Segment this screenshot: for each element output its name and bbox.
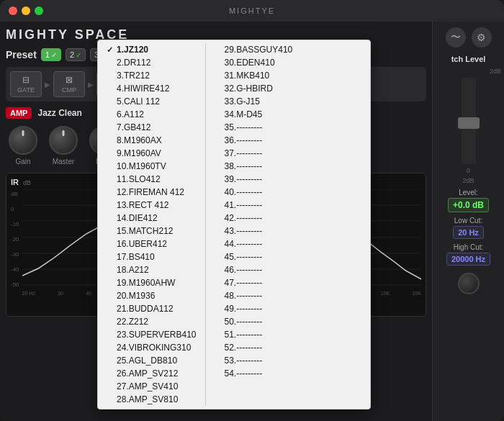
- dropdown-item-15[interactable]: 15.MATCH212: [101, 225, 202, 237]
- high-cut-value: 20000 Hz: [446, 253, 490, 266]
- dropdown-item-26[interactable]: 26.AMP_SV212: [101, 367, 202, 380]
- dropdown-item-13[interactable]: 13.RECT 412: [101, 199, 202, 212]
- dropdown-item-text-col2-18: 46.---------: [225, 265, 263, 275]
- minimize-button[interactable]: [22, 6, 30, 15]
- preset-button-2[interactable]: 2 ✓: [66, 48, 86, 61]
- gain-label: Gain: [15, 158, 30, 166]
- dropdown-item-25[interactable]: 25.AGL_DB810: [101, 354, 202, 367]
- dropdown-item-col2-18[interactable]: 46.---------: [209, 263, 304, 276]
- dropdown-item-text-19: 19.M1960AHW: [117, 278, 175, 288]
- low-cut-title: Low Cut:: [436, 217, 501, 225]
- amp-dropdown[interactable]: ✓1.JZ120 2.DR112 3.TR212 4.HIWIRE412 5.C…: [97, 40, 371, 409]
- dropdown-item-col2-6[interactable]: 34.M-D45: [209, 108, 304, 121]
- dropdown-item-col2-10[interactable]: 38.---------: [209, 160, 304, 173]
- dropdown-item-text-col2-22: 50.---------: [225, 317, 263, 327]
- dropdown-item-12[interactable]: 12.FIREMAN 412: [101, 186, 202, 199]
- dropdown-item-col2-17[interactable]: 45.---------: [209, 250, 304, 263]
- dropdown-item-6[interactable]: 6.A112: [101, 108, 202, 121]
- dropdown-item-text-10: 10.M1960TV: [117, 161, 166, 171]
- chain-cmp[interactable]: ⊠ CMP: [53, 71, 85, 97]
- dropdown-item-27[interactable]: 27.AMP_SV410: [101, 380, 202, 393]
- dropdown-item-text-17: 17.BS410: [117, 252, 155, 262]
- dropdown-col-2: 29.BASSGUY410 30.EDEN410 31.MKB410 32.G-…: [206, 43, 307, 406]
- dropdown-item-col2-15[interactable]: 43.---------: [209, 225, 304, 237]
- dropdown-item-text-8: 8.M1960AX: [117, 135, 162, 145]
- dropdown-item-col2-1[interactable]: 29.BASSGUY410: [209, 43, 304, 56]
- ir-y-label: dB: [11, 191, 19, 197]
- wave-icon-button[interactable]: 〜: [446, 27, 466, 47]
- maximize-button[interactable]: [35, 6, 43, 15]
- dropdown-item-text-7: 7.GB412: [117, 122, 150, 132]
- dropdown-item-text-3: 3.TR212: [117, 71, 150, 81]
- dropdown-item-text-col2-24: 52.---------: [225, 343, 263, 353]
- dropdown-item-col2-26[interactable]: 54.---------: [209, 367, 304, 380]
- dropdown-item-col2-21[interactable]: 49.---------: [209, 302, 304, 315]
- chain-arrow-2: ▶: [88, 81, 94, 89]
- window-title: MIGHTYE: [229, 6, 275, 15]
- close-button[interactable]: [9, 6, 17, 15]
- dropdown-item-17[interactable]: 17.BS410: [101, 250, 202, 263]
- dropdown-item-2[interactable]: 2.DR112: [101, 56, 202, 69]
- dropdown-item-col2-11[interactable]: 39.---------: [209, 173, 304, 186]
- dropdown-item-10[interactable]: 10.M1960TV: [101, 160, 202, 173]
- dropdown-item-col2-24[interactable]: 52.---------: [209, 341, 304, 354]
- dropdown-item-24[interactable]: 24.VIBROKING310: [101, 341, 202, 354]
- dropdown-item-19[interactable]: 19.M1960AHW: [101, 276, 202, 289]
- dropdown-item-text-col2-11: 39.---------: [225, 174, 263, 184]
- dropdown-item-col2-12[interactable]: 40.---------: [209, 186, 304, 199]
- dropdown-item-col2-14[interactable]: 42.---------: [209, 212, 304, 225]
- dropdown-item-3[interactable]: 3.TR212: [101, 69, 202, 82]
- db-bot-label: 2dB: [462, 177, 474, 184]
- dropdown-item-text-col2-4: 32.G-HBIRD: [225, 83, 273, 94]
- dropdown-item-7[interactable]: 7.GB412: [101, 121, 202, 134]
- dropdown-item-22[interactable]: 22.Z212: [101, 315, 202, 328]
- dropdown-item-col2-4[interactable]: 32.G-HBIRD: [209, 82, 304, 95]
- settings-icon-button[interactable]: ⚙: [472, 27, 492, 47]
- high-cut-knob[interactable]: [458, 273, 480, 294]
- level-title: Level:: [436, 189, 501, 196]
- level-section: Level: +0.0 dB: [436, 189, 501, 212]
- cmp-icon: ⊠: [66, 75, 73, 85]
- dropdown-item-text-15: 15.MATCH212: [117, 226, 173, 236]
- dropdown-item-text-col2-23: 51.---------: [225, 330, 263, 340]
- dropdown-item-col2-3[interactable]: 31.MKB410: [209, 69, 304, 82]
- dropdown-item-col2-25[interactable]: 53.---------: [209, 354, 304, 367]
- preset-button-1[interactable]: 1 ✓: [41, 48, 61, 61]
- dropdown-item-col2-2[interactable]: 30.EDEN410: [209, 56, 304, 69]
- dropdown-item-col2-5[interactable]: 33.G-J15: [209, 95, 304, 108]
- right-icons: 〜 ⚙: [446, 27, 492, 47]
- gain-knob[interactable]: [9, 126, 37, 155]
- dropdown-item-text-col2-14: 42.---------: [225, 213, 263, 223]
- dropdown-item-col2-20[interactable]: 48.---------: [209, 289, 304, 302]
- patch-level-slider-thumb[interactable]: [458, 117, 480, 129]
- preset-label: Preset: [6, 49, 37, 60]
- dropdown-item-text-16: 16.UBER412: [117, 239, 167, 249]
- chain-gate[interactable]: ⊟ GATE: [10, 71, 42, 97]
- dropdown-item-col2-16[interactable]: 44.---------: [209, 237, 304, 250]
- dropdown-item-col2-8[interactable]: 36.---------: [209, 134, 304, 147]
- dropdown-item-8[interactable]: 8.M1960AX: [101, 134, 202, 147]
- dropdown-item-col2-23[interactable]: 51.---------: [209, 328, 304, 341]
- dropdown-item-5[interactable]: 5.CALI 112: [101, 95, 202, 108]
- dropdown-item-col2-13[interactable]: 41.---------: [209, 199, 304, 212]
- dropdown-item-9[interactable]: 9.M1960AV: [101, 147, 202, 160]
- dropdown-item-21[interactable]: 21.BUDDA112: [101, 302, 202, 315]
- dropdown-item-col2-9[interactable]: 37.---------: [209, 147, 304, 160]
- dropdown-item-text-9: 9.M1960AV: [117, 148, 161, 158]
- db-mid-label: 0: [467, 167, 470, 174]
- dropdown-item-text-6: 6.A112: [117, 109, 144, 119]
- dropdown-item-col2-7[interactable]: 35.---------: [209, 121, 304, 134]
- dropdown-item-col2-19[interactable]: 47.---------: [209, 276, 304, 289]
- dropdown-item-20[interactable]: 20.M1936: [101, 289, 202, 302]
- dropdown-item-1[interactable]: ✓1.JZ120: [101, 43, 202, 56]
- cmp-label: CMP: [62, 86, 76, 94]
- dropdown-item-14[interactable]: 14.DIE412: [101, 212, 202, 225]
- dropdown-item-16[interactable]: 16.UBER412: [101, 237, 202, 250]
- dropdown-item-col2-22[interactable]: 50.---------: [209, 315, 304, 328]
- dropdown-item-23[interactable]: 23.SUPERVERB410: [101, 328, 202, 341]
- dropdown-item-4[interactable]: 4.HIWIRE412: [101, 82, 202, 95]
- dropdown-item-28[interactable]: 28.AMP_SV810: [101, 393, 202, 406]
- dropdown-item-11[interactable]: 11.SLO412: [101, 173, 202, 186]
- master-knob[interactable]: [49, 126, 78, 155]
- dropdown-item-18[interactable]: 18.A212: [101, 263, 202, 276]
